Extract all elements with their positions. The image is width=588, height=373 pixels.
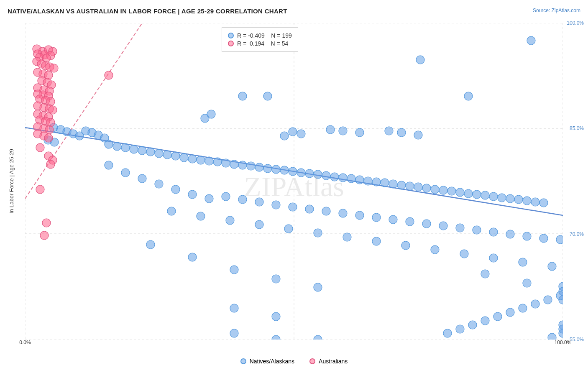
blue-dot xyxy=(556,235,563,244)
blue-dot xyxy=(230,304,238,312)
chart-area xyxy=(25,23,563,340)
blue-dot xyxy=(548,333,556,340)
blue-dot xyxy=(355,211,364,220)
blue-dot xyxy=(372,213,381,222)
blue-dot xyxy=(263,92,272,100)
bottom-legend-blue: Natives/Alaskans xyxy=(240,358,294,365)
legend-blue: R = -0.409 N = 199 xyxy=(228,32,292,39)
blue-dot xyxy=(155,149,163,158)
blue-dot xyxy=(155,180,163,188)
blue-dot xyxy=(506,194,514,203)
blue-dot xyxy=(138,146,146,155)
blue-dot xyxy=(226,216,234,225)
blue-dot xyxy=(230,266,238,274)
blue-dot xyxy=(381,179,389,187)
blue-dot xyxy=(431,245,439,254)
blue-dot xyxy=(389,215,397,224)
blue-dot xyxy=(506,308,514,317)
blue-dot xyxy=(197,156,205,164)
blue-dot xyxy=(355,176,364,184)
pink-dot xyxy=(105,71,113,79)
blue-dot xyxy=(401,241,410,250)
blue-dot xyxy=(205,157,213,165)
pink-dot xyxy=(36,143,44,152)
blue-dot xyxy=(406,182,414,190)
blue-dot xyxy=(422,184,431,192)
blue-dot xyxy=(121,169,130,177)
blue-dot xyxy=(305,169,314,178)
blue-dot xyxy=(385,127,393,135)
blue-dot xyxy=(113,142,121,151)
blue-dot xyxy=(171,152,180,160)
blue-dot xyxy=(305,205,314,213)
blue-dot xyxy=(481,317,489,325)
blue-dot xyxy=(255,198,263,206)
blue-dot xyxy=(397,181,406,189)
pink-dot xyxy=(46,160,55,169)
blue-dot xyxy=(456,325,464,333)
pink-dot xyxy=(44,134,53,142)
blue-dot xyxy=(314,170,322,179)
blue-dot xyxy=(322,207,330,215)
blue-dot xyxy=(238,195,247,204)
blue-dot xyxy=(272,312,280,321)
blue-dot xyxy=(339,174,347,182)
chart-title: NATIVE/ALASKAN VS AUSTRALIAN IN LABOR FO… xyxy=(8,8,287,15)
blue-dot xyxy=(222,159,230,167)
blue-dot xyxy=(207,110,215,118)
blue-dot xyxy=(489,254,498,262)
blue-dot xyxy=(289,203,297,211)
source-label: Source: ZipAtlas.com xyxy=(533,8,580,13)
blue-dot xyxy=(389,180,397,188)
blue-dot xyxy=(473,226,481,234)
y-tick-100: 100.0% xyxy=(567,20,584,26)
blue-dot xyxy=(548,262,556,271)
blue-dot xyxy=(314,229,322,237)
blue-dot xyxy=(556,291,563,300)
blue-dot xyxy=(289,128,297,136)
blue-dot xyxy=(322,171,330,180)
pink-dot xyxy=(40,231,49,240)
blue-dot xyxy=(238,161,247,169)
bottom-legend: Natives/Alaskans Australians xyxy=(0,358,588,365)
blue-dot xyxy=(460,250,468,258)
blue-dot xyxy=(347,174,355,183)
blue-dot xyxy=(531,198,539,206)
legend-blue-text: R = -0.409 N = 199 xyxy=(237,32,292,39)
bottom-pink-dot-icon xyxy=(309,358,315,364)
blue-dot xyxy=(213,158,222,166)
scatter-plot xyxy=(25,23,563,340)
blue-dot xyxy=(280,166,289,174)
blue-dot xyxy=(339,209,347,217)
blue-dot xyxy=(284,225,293,233)
blue-dot xyxy=(171,185,180,194)
blue-dot xyxy=(489,192,498,201)
blue-dot xyxy=(539,234,548,243)
blue-dot xyxy=(188,190,197,199)
blue-dot xyxy=(314,283,322,291)
blue-dot xyxy=(138,174,146,183)
blue-dot xyxy=(439,186,447,194)
x-ticks-container: 0.0%100.0% xyxy=(25,340,563,350)
blue-dot xyxy=(523,197,531,205)
blue-dot xyxy=(531,300,539,308)
bottom-pink-label: Australians xyxy=(319,358,348,365)
chart-container: NATIVE/ALASKAN VS AUSTRALIAN IN LABOR FO… xyxy=(0,0,588,373)
blue-dot xyxy=(146,240,155,249)
blue-dot xyxy=(326,125,335,134)
blue-dot xyxy=(180,153,188,162)
blue-dot xyxy=(523,232,531,240)
blue-dot xyxy=(489,228,498,236)
blue-dot xyxy=(416,56,424,64)
blue-dot xyxy=(297,169,305,177)
blue-dot xyxy=(272,275,280,283)
blue-dot xyxy=(121,143,130,152)
blue-dot xyxy=(255,163,263,171)
blue-dot xyxy=(464,92,473,100)
pink-dot xyxy=(50,64,58,72)
blue-dot xyxy=(506,230,514,238)
blue-dot xyxy=(431,185,439,194)
blue-dot xyxy=(439,222,447,230)
blue-dot xyxy=(188,155,197,163)
y-tick-55: 55.0% xyxy=(570,337,584,342)
